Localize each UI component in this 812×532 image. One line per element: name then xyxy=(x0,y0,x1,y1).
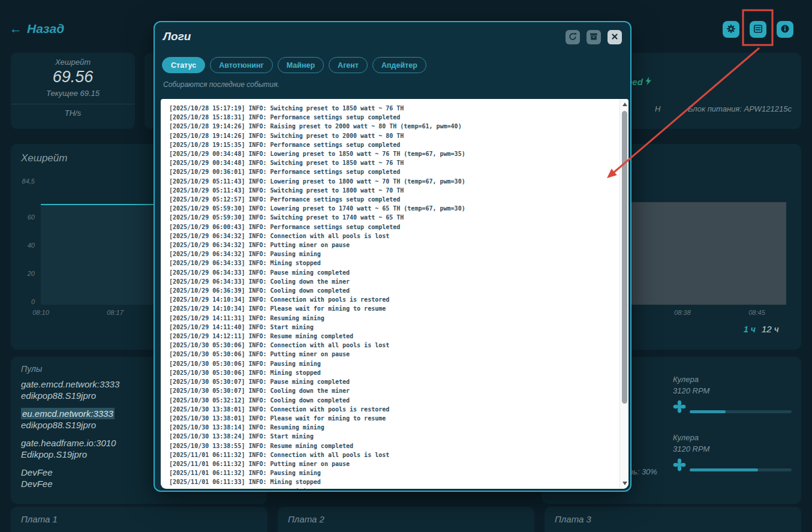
hashrate-current: Текущее 69.15 xyxy=(46,89,100,98)
refresh-button[interactable] xyxy=(566,30,580,44)
log-line: [2025/11/01 06:11:32] INFO: Putting mine… xyxy=(169,459,619,468)
range-button-12h[interactable]: 12 ч xyxy=(762,324,779,334)
modal-title: Логи xyxy=(163,30,191,43)
log-line: [2025/11/01 06:11:32] INFO: Connection w… xyxy=(169,450,619,459)
chart-title: Хешрейт xyxy=(21,152,67,164)
log-line: [2025/10/29 14:10:34] INFO: Please wait … xyxy=(169,304,619,313)
x-tick-label: 08:17 xyxy=(102,309,128,316)
board-label: Плата 1 xyxy=(21,514,257,524)
logs-modal: Логи xyxy=(154,21,631,492)
log-line: [2025/10/29 06:34:33] INFO: Mining stopp… xyxy=(169,259,619,267)
y-tick-label: 20 xyxy=(11,270,35,277)
close-button[interactable] xyxy=(608,30,622,44)
hashrate-value: 69.56 xyxy=(53,68,94,86)
log-line: [2025/11/01 06:11:42] INFO: Pause mining… xyxy=(169,487,619,489)
fan-speed-bar-fill xyxy=(690,410,726,413)
hashrate-summary-card: Хешрейт 69.56 Текущее 69.15 TH/s xyxy=(11,53,135,129)
log-line: [2025/10/29 05:59:30] INFO: Lowering pre… xyxy=(169,204,619,213)
boards-row: Плата 1 Плата 2 Плата 3 xyxy=(11,507,801,532)
cooler-item: Кулера 3120 RPM xyxy=(673,433,793,474)
log-line: [2025/10/30 05:30:07] INFO: Cooling down… xyxy=(169,386,619,395)
y-tick-label: 40 xyxy=(11,242,35,249)
log-line: [2025/10/30 05:30:06] INFO: Mining stopp… xyxy=(169,368,619,377)
range-button-1h[interactable]: 1 ч xyxy=(744,324,756,334)
x-tick-label: 08:38 xyxy=(669,309,696,316)
logs-button[interactable] xyxy=(750,21,766,38)
log-line: [2025/10/29 06:34:32] INFO: Connection w… xyxy=(169,232,619,241)
cooler-rpm: 3120 RPM xyxy=(673,386,793,395)
log-line: [2025/10/30 13:38:24] INFO: Start mining xyxy=(169,432,619,441)
log-line: [2025/10/29 05:11:43] INFO: Lowering pre… xyxy=(169,177,619,186)
back-link[interactable]: ← Назад xyxy=(10,22,64,36)
log-line: [2025/10/30 13:38:01] INFO: Please wait … xyxy=(169,414,619,423)
log-line: [2025/10/29 05:11:43] INFO: Switching pr… xyxy=(169,186,619,195)
chart-area-fill-left xyxy=(41,204,154,305)
pools-title: Пулы xyxy=(21,364,42,374)
chart-area-fill-right xyxy=(631,202,786,305)
log-line: [2025/10/29 00:34:48] INFO: Lowering pre… xyxy=(169,149,619,158)
scrollbar-thumb[interactable] xyxy=(622,111,627,404)
board-label: Плата 3 xyxy=(555,514,791,524)
miner-dashboard: ← Назад xyxy=(0,0,812,532)
refresh-icon xyxy=(569,32,577,43)
info-button[interactable] xyxy=(777,21,793,38)
log-tab[interactable]: Майнер xyxy=(278,57,324,73)
log-line: [2025/10/29 06:34:32] INFO: Putting mine… xyxy=(169,241,619,250)
log-tab-label: Автотюнинг xyxy=(219,61,264,70)
log-line: [2025/10/30 13:38:01] INFO: Connection w… xyxy=(169,405,619,414)
board-card: Плата 2 xyxy=(278,507,534,532)
lightning-icon xyxy=(645,77,652,87)
info-icon xyxy=(780,24,790,35)
y-tick-label: 60 xyxy=(11,214,35,221)
x-tick-label: 08:45 xyxy=(744,309,770,316)
log-line: [2025/10/29 00:34:48] INFO: Switching pr… xyxy=(169,158,619,167)
log-line: [2025/10/29 06:00:43] INFO: Performance … xyxy=(169,223,619,232)
log-list-icon xyxy=(753,24,763,35)
close-icon xyxy=(611,33,618,42)
log-line: [2025/10/30 05:30:06] INFO: Connection w… xyxy=(169,341,619,350)
log-tab-label: Апдейтер xyxy=(381,61,417,70)
log-line: [2025/10/29 06:34:33] INFO: Cooling down… xyxy=(169,277,619,286)
log-lines: [2025/10/28 15:17:19] INFO: Switching pr… xyxy=(161,99,619,489)
scrollbar-down-arrow[interactable] xyxy=(620,479,628,488)
scrollbar[interactable] xyxy=(619,99,628,489)
psu-label: Блок питания: APW121215c xyxy=(688,104,792,113)
hashrate-unit: TH/s xyxy=(65,109,81,118)
log-line: [2025/10/28 19:15:35] INFO: Performance … xyxy=(169,140,619,149)
gear-icon xyxy=(726,24,736,35)
archive-icon xyxy=(590,32,598,43)
log-tab[interactable]: Статус xyxy=(162,57,205,73)
board-label: Плата 2 xyxy=(288,514,524,524)
board-card: Плата 1 xyxy=(11,507,267,532)
log-panel[interactable]: [2025/10/28 15:17:19] INFO: Switching pr… xyxy=(161,99,628,489)
cooler-rpm: 3120 RPM xyxy=(673,444,793,453)
log-line: [2025/10/29 06:34:33] INFO: Pause mining… xyxy=(169,268,619,277)
log-line: [2025/10/29 14:11:31] INFO: Resuming min… xyxy=(169,314,619,323)
scrollbar-up-arrow[interactable] xyxy=(620,100,628,109)
log-line: [2025/11/01 06:11:32] INFO: Pausing mini… xyxy=(169,468,619,477)
cooler-label: Кулера xyxy=(673,375,793,384)
log-line: [2025/10/29 06:36:39] INFO: Cooling down… xyxy=(169,286,619,295)
log-line: [2025/10/29 14:10:34] INFO: Connection w… xyxy=(169,295,619,304)
log-line: [2025/10/30 05:30:06] INFO: Putting mine… xyxy=(169,350,619,359)
settings-button[interactable] xyxy=(723,21,739,38)
log-line: [2025/11/01 06:11:33] INFO: Mining stopp… xyxy=(169,477,619,486)
log-line: [2025/10/29 05:12:57] INFO: Performance … xyxy=(169,195,619,204)
download-logs-button[interactable] xyxy=(587,30,601,44)
log-tab[interactable]: Апдейтер xyxy=(372,57,426,73)
log-tab[interactable]: Агент xyxy=(329,57,368,73)
log-line: [2025/10/29 06:34:32] INFO: Pausing mini… xyxy=(169,250,619,259)
log-tab-label: Статус xyxy=(171,61,196,70)
log-line: [2025/10/29 00:36:01] INFO: Performance … xyxy=(169,167,619,176)
log-tab-label: Майнер xyxy=(287,61,315,70)
log-line: [2025/10/29 14:12:11] INFO: Resume minin… xyxy=(169,332,619,341)
log-line: [2025/10/28 19:14:26] INFO: Switching pr… xyxy=(169,131,619,140)
log-tabs: Статус Автотюнинг Майнер Агент Апдейтер xyxy=(162,57,426,73)
log-line: [2025/10/29 14:11:40] INFO: Start mining xyxy=(169,323,619,332)
pool-url: eu.emcd.network:3333 xyxy=(21,408,115,419)
log-line: [2025/10/28 15:18:31] INFO: Performance … xyxy=(169,113,619,122)
y-tick-label: 0 xyxy=(11,298,35,305)
divider xyxy=(11,104,135,104)
log-tab[interactable]: Автотюнинг xyxy=(210,57,273,73)
board-card: Плата 3 xyxy=(545,507,801,532)
